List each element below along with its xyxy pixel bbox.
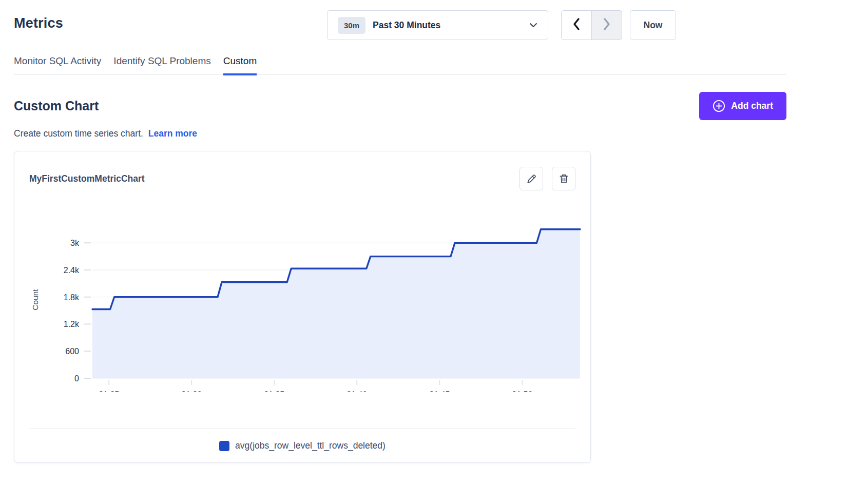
page-header: Metrics 30m Past 30 Minutes Now — [14, 0, 786, 41]
chart-card-header: MyFirstCustomMetricChart — [14, 151, 590, 190]
svg-text:1.8k: 1.8k — [64, 293, 80, 302]
svg-text:21:50: 21:50 — [512, 390, 532, 392]
chevron-down-icon — [529, 23, 537, 28]
time-nav-group — [561, 10, 622, 40]
chart-legend: avg(jobs_row_level_ttl_rows_deleted) — [14, 440, 590, 451]
svg-text:21:25: 21:25 — [99, 390, 119, 392]
chart-area: 06001.2k1.8k2.4k3k21:2521:3021:3521:4021… — [14, 211, 590, 392]
svg-text:21:30: 21:30 — [181, 390, 202, 392]
legend-swatch — [219, 441, 229, 451]
svg-text:2.4k: 2.4k — [64, 266, 80, 275]
svg-text:1.2k: 1.2k — [64, 320, 80, 328]
svg-text:600: 600 — [65, 347, 79, 356]
plus-circle-icon — [713, 100, 725, 112]
section-title: Custom Chart — [14, 99, 99, 113]
add-chart-button[interactable]: Add chart — [699, 92, 786, 120]
section-subtitle: Create custom time series chart. Learn m… — [14, 128, 786, 139]
svg-text:0: 0 — [74, 374, 79, 383]
add-chart-label: Add chart — [731, 101, 773, 111]
legend-label: avg(jobs_row_level_ttl_rows_deleted) — [235, 440, 386, 451]
svg-text:Count: Count — [31, 289, 40, 311]
edit-chart-button[interactable] — [519, 167, 543, 190]
next-time-button[interactable] — [591, 10, 622, 40]
metrics-page: Metrics 30m Past 30 Minutes Now Monito — [0, 0, 847, 463]
tab-custom[interactable]: Custom — [223, 52, 257, 75]
tab-monitor-sql-activity[interactable]: Monitor SQL Activity — [14, 52, 101, 74]
pencil-icon — [526, 173, 537, 185]
trash-icon — [558, 173, 570, 185]
section-subtitle-text: Create custom time series chart. — [14, 128, 143, 139]
custom-chart-card: MyFirstCustomMetricChart 06001.2k1.8k2.4… — [14, 151, 591, 463]
now-button[interactable]: Now — [630, 10, 676, 40]
tab-identify-sql-problems[interactable]: Identify SQL Problems — [113, 52, 210, 74]
section-header: Custom Chart Add chart — [14, 92, 786, 120]
prev-time-button[interactable] — [561, 10, 592, 40]
svg-text:3k: 3k — [70, 239, 80, 247]
tab-bar: Monitor SQL Activity Identify SQL Proble… — [14, 52, 786, 75]
chevron-left-icon — [571, 17, 582, 33]
delete-chart-button[interactable] — [552, 167, 575, 190]
chart-actions — [519, 167, 575, 190]
custom-chart-svg[interactable]: 06001.2k1.8k2.4k3k21:2521:3021:3521:4021… — [15, 211, 585, 392]
time-range-select[interactable]: 30m Past 30 Minutes — [327, 10, 548, 40]
svg-text:21:45: 21:45 — [429, 390, 450, 392]
chevron-right-icon — [602, 17, 612, 33]
time-range-label: Past 30 Minutes — [373, 20, 529, 31]
learn-more-link[interactable]: Learn more — [148, 128, 197, 139]
svg-text:21:40: 21:40 — [346, 390, 367, 392]
page-title: Metrics — [14, 15, 63, 31]
chart-title: MyFirstCustomMetricChart — [29, 173, 145, 184]
time-range-badge: 30m — [338, 17, 365, 34]
svg-text:21:35: 21:35 — [264, 390, 284, 392]
legend-divider — [29, 429, 575, 429]
